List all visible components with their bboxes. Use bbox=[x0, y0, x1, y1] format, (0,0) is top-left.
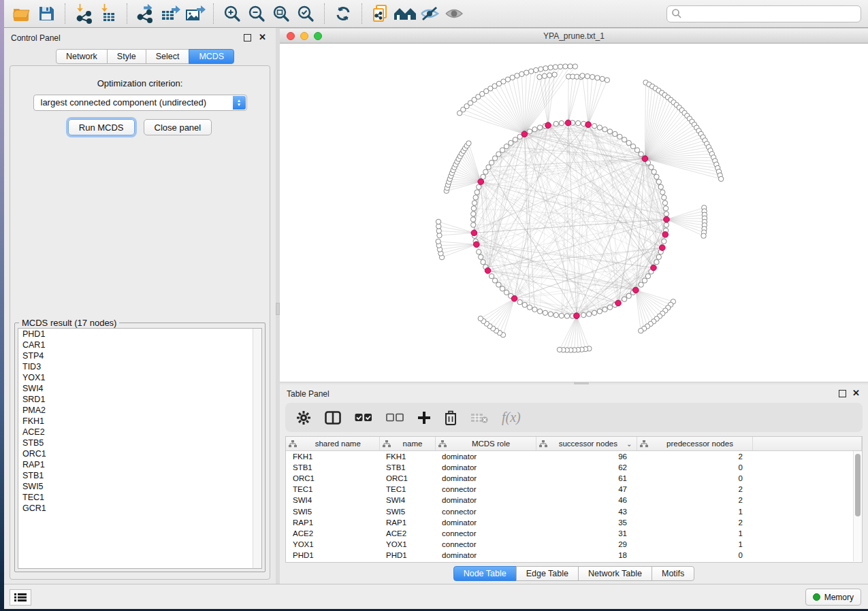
mcds-node[interactable] bbox=[474, 242, 480, 248]
cell-predecessor-nodes[interactable]: 1 bbox=[637, 506, 752, 516]
mcds-result-item[interactable]: SWI5 bbox=[18, 481, 261, 492]
select-all-rows-icon[interactable] bbox=[355, 409, 372, 427]
column-header-predecessor-nodes[interactable]: predecessor nodes bbox=[637, 437, 752, 451]
node[interactable] bbox=[543, 310, 547, 315]
node[interactable] bbox=[718, 176, 723, 181]
node[interactable] bbox=[595, 76, 600, 80]
table-row[interactable]: RAP1RAP1dominator352 bbox=[286, 517, 862, 528]
mcds-result-item[interactable]: CAR1 bbox=[18, 340, 261, 350]
mcds-result-item[interactable]: FKH1 bbox=[18, 416, 261, 427]
cell-mcds-role[interactable]: connector bbox=[435, 506, 536, 516]
cell-predecessor-nodes[interactable]: 1 bbox=[637, 528, 752, 539]
node[interactable] bbox=[597, 309, 602, 314]
node[interactable] bbox=[605, 78, 609, 82]
deselect-all-rows-icon[interactable] bbox=[386, 409, 404, 427]
node[interactable] bbox=[663, 206, 668, 211]
node[interactable] bbox=[617, 134, 622, 139]
float-panel-icon[interactable] bbox=[244, 34, 251, 42]
mcds-node[interactable] bbox=[659, 245, 665, 251]
node[interactable] bbox=[656, 180, 661, 184]
mcds-result-item[interactable]: STB5 bbox=[18, 437, 261, 448]
node[interactable] bbox=[592, 123, 596, 128]
node[interactable] bbox=[489, 160, 494, 165]
refresh-view-icon[interactable] bbox=[331, 3, 355, 24]
first-neighbors-icon[interactable] bbox=[393, 3, 417, 24]
node[interactable] bbox=[543, 66, 548, 71]
show-column-panel-icon[interactable] bbox=[325, 409, 341, 427]
memory-button[interactable]: Memory bbox=[805, 589, 861, 606]
mcds-node[interactable] bbox=[574, 313, 580, 319]
show-all-graphics-icon[interactable] bbox=[442, 3, 466, 24]
node[interactable] bbox=[622, 137, 626, 142]
node[interactable] bbox=[537, 74, 542, 79]
mcds-node[interactable] bbox=[545, 122, 551, 129]
node[interactable] bbox=[607, 129, 612, 134]
cell-predecessor-nodes[interactable]: 0 bbox=[637, 462, 752, 473]
export-image-icon[interactable] bbox=[182, 3, 207, 24]
node[interactable] bbox=[477, 184, 481, 189]
mcds-node[interactable] bbox=[521, 131, 528, 137]
node[interactable] bbox=[586, 312, 591, 316]
table-row[interactable]: ACE2ACE2connector311 bbox=[286, 528, 862, 539]
node[interactable] bbox=[639, 328, 643, 333]
node[interactable] bbox=[639, 282, 643, 287]
node[interactable] bbox=[548, 65, 553, 70]
mcds-node[interactable] bbox=[478, 179, 484, 185]
node[interactable] bbox=[607, 305, 612, 310]
zoom-in-icon[interactable] bbox=[220, 3, 244, 24]
cell-successor-nodes[interactable]: 29 bbox=[536, 539, 637, 550]
mcds-node[interactable] bbox=[565, 120, 571, 126]
mcds-result-item[interactable]: TEC1 bbox=[18, 492, 261, 503]
cell-mcds-role[interactable]: connector bbox=[435, 539, 536, 550]
cell-successor-nodes[interactable]: 18 bbox=[536, 550, 637, 561]
node[interactable] bbox=[552, 72, 557, 77]
window-minimize-icon[interactable] bbox=[300, 32, 308, 40]
cell-shared-name[interactable]: PHD1 bbox=[286, 550, 379, 561]
zoom-selected-region-icon[interactable] bbox=[293, 3, 318, 24]
node[interactable] bbox=[602, 307, 607, 312]
open-file-icon[interactable] bbox=[10, 3, 34, 24]
node[interactable] bbox=[664, 212, 669, 216]
node[interactable] bbox=[532, 307, 537, 312]
node[interactable] bbox=[559, 120, 564, 125]
save-session-icon[interactable] bbox=[34, 3, 59, 24]
node[interactable] bbox=[662, 201, 667, 205]
node[interactable] bbox=[654, 174, 659, 179]
node[interactable] bbox=[475, 190, 479, 195]
node[interactable] bbox=[436, 219, 440, 224]
node[interactable] bbox=[478, 316, 483, 320]
zoom-out-icon[interactable] bbox=[244, 3, 269, 24]
cell-shared-name[interactable]: YOX1 bbox=[286, 539, 379, 550]
node[interactable] bbox=[466, 141, 471, 146]
cell-name[interactable]: RAP1 bbox=[379, 517, 435, 528]
mcds-node[interactable] bbox=[642, 156, 648, 162]
node[interactable] bbox=[472, 201, 477, 205]
mcds-result-item[interactable]: TID3 bbox=[18, 361, 261, 372]
cell-name[interactable]: SWI4 bbox=[379, 495, 435, 506]
node[interactable] bbox=[481, 259, 485, 264]
cell-name[interactable]: ORC1 bbox=[379, 473, 435, 484]
node[interactable] bbox=[527, 129, 532, 134]
tab-motifs[interactable]: Motifs bbox=[652, 566, 694, 581]
mcds-result-item[interactable]: ORC1 bbox=[18, 448, 261, 459]
cell-shared-name[interactable]: FKH1 bbox=[286, 451, 379, 462]
node[interactable] bbox=[486, 165, 491, 169]
node[interactable] bbox=[496, 152, 501, 156]
cell-predecessor-nodes[interactable]: 0 bbox=[637, 473, 752, 484]
node[interactable] bbox=[634, 148, 639, 152]
mcds-node[interactable] bbox=[615, 300, 622, 306]
cell-shared-name[interactable]: TEC1 bbox=[286, 484, 379, 495]
zoom-fit-content-icon[interactable] bbox=[269, 3, 293, 24]
column-header-shared-name[interactable]: shared name bbox=[286, 437, 379, 451]
node[interactable] bbox=[527, 305, 532, 310]
node[interactable] bbox=[483, 169, 488, 174]
cell-predecessor-nodes[interactable]: 2 bbox=[637, 484, 752, 495]
mcds-result-item[interactable]: RAP1 bbox=[18, 459, 261, 470]
node[interactable] bbox=[639, 152, 643, 156]
add-column-icon[interactable] bbox=[417, 409, 431, 427]
cell-shared-name[interactable]: STB1 bbox=[286, 462, 379, 473]
cell-successor-nodes[interactable]: 61 bbox=[536, 473, 637, 484]
cell-successor-nodes[interactable]: 46 bbox=[536, 495, 637, 506]
close-panel-icon[interactable]: ✕ bbox=[852, 388, 860, 398]
node[interactable] bbox=[510, 75, 515, 80]
